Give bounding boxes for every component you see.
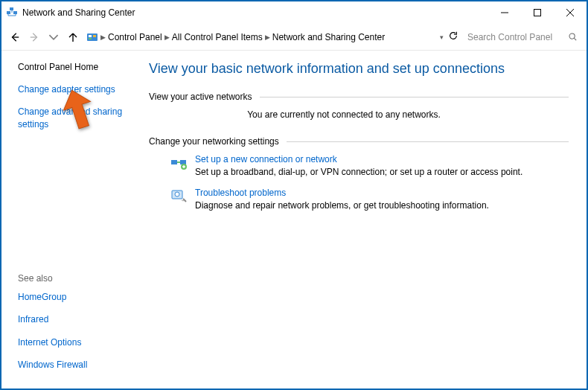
no-network-message: You are currently not connected to any n… xyxy=(149,109,569,120)
search-box[interactable] xyxy=(463,28,582,46)
see-also-label: See also xyxy=(18,273,143,284)
search-icon[interactable] xyxy=(568,32,578,42)
breadcrumb[interactable]: ▶ Control Panel ▶ All Control Panel Item… xyxy=(83,28,461,46)
svg-rect-2 xyxy=(10,7,13,10)
setup-connection-link[interactable]: Set up a new connection or network xyxy=(195,154,337,164)
troubleshoot-link[interactable]: Troubleshoot problems xyxy=(195,188,286,198)
window-title: Network and Sharing Center xyxy=(22,7,488,18)
control-panel-home-link[interactable]: Control Panel Home xyxy=(18,61,143,73)
chevron-down-icon[interactable]: ▾ xyxy=(440,33,444,41)
close-button[interactable] xyxy=(554,2,587,23)
breadcrumb-item[interactable]: Control Panel xyxy=(108,32,162,42)
svg-rect-15 xyxy=(171,160,177,164)
chevron-right-icon: ▶ xyxy=(100,33,106,41)
change-advanced-sharing-link[interactable]: Change advanced sharing settings xyxy=(18,106,130,130)
up-button[interactable] xyxy=(64,28,82,46)
svg-rect-11 xyxy=(93,35,96,37)
svg-rect-0 xyxy=(7,11,10,14)
networking-settings-heading: Change your networking settings xyxy=(149,136,279,147)
see-also-infrared[interactable]: Infrared xyxy=(18,313,143,325)
chevron-right-icon: ▶ xyxy=(265,33,270,41)
page-title: View your basic network information and … xyxy=(149,61,569,77)
svg-rect-1 xyxy=(13,11,17,14)
active-networks-heading: View your active networks xyxy=(149,92,252,102)
chevron-right-icon: ▶ xyxy=(164,33,170,41)
change-adapter-settings-link[interactable]: Change adapter settings xyxy=(18,83,143,95)
troubleshoot-icon xyxy=(170,188,188,205)
new-connection-icon xyxy=(170,154,188,172)
svg-rect-10 xyxy=(89,35,92,37)
see-also-internet-options[interactable]: Internet Options xyxy=(18,336,143,348)
see-also-windows-firewall[interactable]: Windows Firewall xyxy=(18,359,143,371)
svg-point-13 xyxy=(569,33,575,38)
breadcrumb-item[interactable]: Network and Sharing Center xyxy=(272,32,385,42)
recent-dropdown[interactable] xyxy=(45,28,63,46)
svg-rect-16 xyxy=(180,160,186,164)
svg-line-14 xyxy=(575,38,577,40)
divider xyxy=(260,97,569,98)
see-also-homegroup[interactable]: HomeGroup xyxy=(18,291,143,303)
search-input[interactable] xyxy=(467,32,568,42)
refresh-button[interactable] xyxy=(448,31,458,43)
svg-rect-12 xyxy=(89,38,92,39)
svg-point-20 xyxy=(175,192,179,196)
breadcrumb-item[interactable]: All Control Panel Items xyxy=(172,32,263,42)
network-center-icon xyxy=(6,7,18,19)
forward-button[interactable] xyxy=(25,28,43,46)
maximize-button[interactable] xyxy=(521,2,554,23)
minimize-button[interactable] xyxy=(488,2,521,23)
back-button[interactable] xyxy=(6,28,24,46)
control-panel-icon xyxy=(86,31,98,43)
troubleshoot-desc: Diagnose and repair network problems, or… xyxy=(195,200,489,211)
divider xyxy=(287,141,569,142)
setup-connection-desc: Set up a broadband, dial-up, or VPN conn… xyxy=(195,167,523,177)
svg-rect-4 xyxy=(534,10,541,16)
